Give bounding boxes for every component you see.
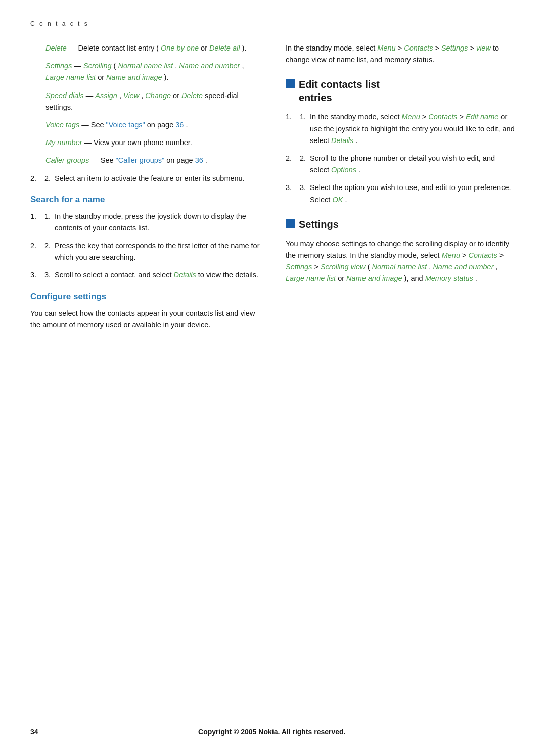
speed-comma1: ,: [119, 91, 123, 100]
edit-menu-link: Menu: [401, 113, 420, 121]
configure-heading: Configure settings: [30, 292, 260, 302]
standby-view-link: view: [476, 44, 491, 52]
my-number-text: — View your own phone number.: [84, 138, 192, 147]
standby-text1: In the standby mode, select: [286, 44, 377, 52]
voice-tags-link[interactable]: "Voice tags": [106, 121, 145, 129]
search-heading: Search for a name: [30, 195, 260, 205]
voice-tags-end: .: [186, 121, 188, 129]
configure-text: You can select how the contacts appear i…: [30, 308, 260, 331]
view-label: View: [123, 91, 139, 100]
scrolling-label: Scrolling: [83, 62, 112, 70]
search-step3-text: Scroll to select a contact, and select D…: [55, 269, 258, 281]
edit-contacts-heading: Edit contacts list entries: [299, 78, 380, 104]
large-name-list-label: Large name list: [46, 73, 96, 81]
edit-contacts-steps-list: 1. In the standby mode, select Menu > Co…: [286, 111, 516, 205]
edit-contacts-section-header: Edit contacts list entries: [286, 78, 516, 104]
voice-tags-dash: — See: [81, 121, 106, 129]
standby-gt3: >: [470, 44, 476, 52]
scrolling-view-link: Scrolling view: [321, 263, 366, 271]
settings-paragraph: You may choose settings to change the sc…: [286, 238, 516, 285]
edit-contacts-step-2: 2. Scroll to the phone number or detail …: [286, 153, 516, 176]
one-by-one-label: One by one: [161, 44, 199, 52]
details-link-search: Details: [173, 271, 196, 279]
memory-status-link: Memory status: [425, 274, 473, 282]
edit-step2-text: Scroll to the phone number or detail you…: [310, 153, 516, 176]
caller-groups-on: on page: [166, 156, 195, 164]
page-footer: 34 Copyright © 2005 Nokia. All rights re…: [30, 728, 516, 736]
standby-settings-link: Settings: [441, 44, 468, 52]
settings-dash: —: [74, 62, 83, 70]
main-step-2: 2. Select an item to activate the featur…: [30, 173, 260, 184]
footer-copyright: Copyright © 2005 Nokia. All rights reser…: [38, 728, 506, 736]
caller-groups-dash: — See: [91, 156, 115, 164]
search-step-1: 1. In the standby mode, press the joysti…: [30, 211, 260, 234]
large-name-list-link: Large name list: [286, 274, 336, 282]
edit-step3-text: Select the option you wish to use, and e…: [310, 182, 516, 205]
normal-name-list-link: Normal name list: [372, 263, 427, 271]
step2-text: Select an item to activate the feature o…: [55, 173, 245, 184]
right-column: In the standby mode, select Menu > Conta…: [286, 42, 516, 336]
settings-paragraph: Settings — Scrolling ( Normal name list …: [46, 60, 260, 83]
change-label: Change: [145, 91, 171, 100]
header-label: C o n t a c t s: [30, 20, 89, 27]
settings-paren: (: [114, 62, 116, 70]
search-step-3: 3. Scroll to select a contact, and selec…: [30, 269, 260, 281]
name-and-image-link: Name and image: [346, 274, 402, 282]
delete-text-middle: — Delete contact list entry (: [69, 44, 159, 52]
two-column-layout: Delete — Delete contact list entry ( One…: [30, 42, 516, 336]
delete-end: ).: [242, 44, 247, 52]
edit-contacts-step-3: 3. Select the option you wish to use, an…: [286, 182, 516, 205]
delete-or: or: [201, 44, 209, 52]
delete-block: Delete — Delete contact list entry ( One…: [46, 42, 260, 54]
my-number-label: My number: [46, 138, 82, 147]
edit-step1-text: In the standby mode, select Menu > Conta…: [310, 111, 516, 147]
voice-tags-label: Voice tags: [46, 121, 79, 129]
caller-groups-end: .: [205, 156, 207, 164]
settings-menu-link: Menu: [442, 251, 460, 259]
standby-menu-link: Menu: [377, 44, 395, 52]
name-and-number-label: Name and number: [179, 62, 240, 70]
delete-all-label: Delete all: [209, 44, 240, 52]
main-steps-list: 2. Select an item to activate the featur…: [30, 173, 260, 184]
caller-groups-label: Caller groups: [46, 156, 89, 164]
name-and-image-label: Name and image: [106, 73, 162, 81]
voice-tags-block: Voice tags — See "Voice tags" on page 36…: [46, 119, 260, 131]
speed-or: or: [173, 91, 181, 100]
settings-comma2: ,: [242, 62, 244, 70]
settings-settings-link: Settings: [286, 263, 312, 271]
voice-tags-page[interactable]: 36: [175, 121, 184, 129]
speed-dials-paragraph: Speed dials — Assign , View , Change or …: [46, 90, 260, 113]
step2-number: 2.: [44, 173, 51, 184]
ok-link: OK: [332, 196, 343, 204]
page-container: C o n t a c t s Delete — Delete contact …: [0, 0, 546, 756]
settings-or: or: [98, 73, 106, 81]
delete-speed-label: Delete: [181, 91, 203, 100]
settings-contacts-link: Contacts: [469, 251, 497, 259]
voice-tags-paragraph: Voice tags — See "Voice tags" on page 36…: [46, 119, 260, 131]
settings-icon: [286, 219, 295, 228]
assign-label: Assign: [95, 91, 117, 100]
standby-gt2: >: [435, 44, 441, 52]
search-steps-list: 1. In the standby mode, press the joysti…: [30, 211, 260, 281]
normal-name-list-label: Normal name list: [118, 62, 173, 70]
delete-paragraph: Delete — Delete contact list entry ( One…: [46, 42, 260, 54]
left-column: Delete — Delete contact list entry ( One…: [30, 42, 260, 336]
edit-contacts-step-1: 1. In the standby mode, select Menu > Co…: [286, 111, 516, 147]
edit-details-link: Details: [331, 136, 353, 145]
standby-contacts-link: Contacts: [404, 44, 433, 52]
delete-label: Delete: [46, 44, 67, 52]
page-header: C o n t a c t s: [30, 20, 516, 27]
search-step-2: 2. Press the key that corresponds to the…: [30, 240, 260, 263]
settings-label: Settings: [46, 62, 72, 70]
search-step1-text: In the standby mode, press the joystick …: [55, 211, 260, 234]
settings-block: Settings — Scrolling ( Normal name list …: [46, 60, 260, 83]
voice-tags-on: on page: [147, 121, 175, 129]
caller-groups-link[interactable]: "Caller groups": [116, 156, 165, 164]
speed-dials-block: Speed dials — Assign , View , Change or …: [46, 90, 260, 113]
edit-contacts-link: Contacts: [428, 113, 457, 121]
caller-groups-block: Caller groups — See "Caller groups" on p…: [46, 155, 260, 166]
caller-groups-page[interactable]: 36: [195, 156, 203, 164]
options-link: Options: [331, 166, 356, 174]
search-step2-text: Press the key that corresponds to the fi…: [55, 240, 260, 263]
edit-contacts-icon: [286, 79, 295, 88]
